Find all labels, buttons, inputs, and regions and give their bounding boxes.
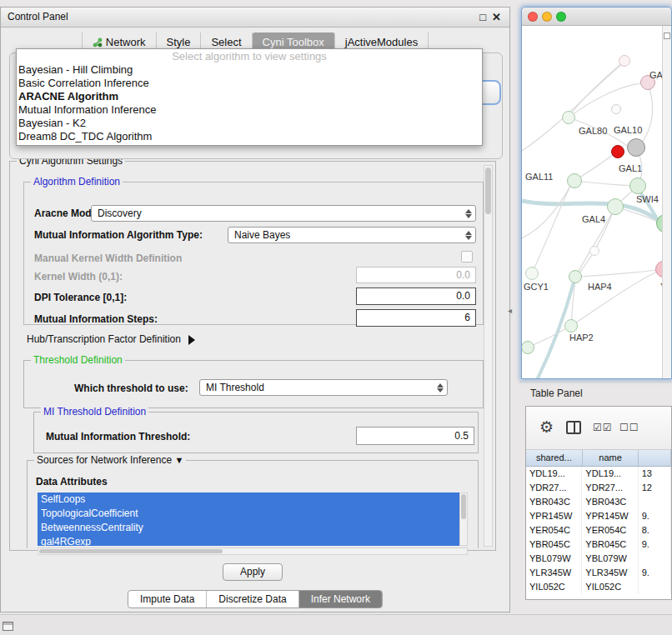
- attribute-item-selected[interactable]: BetweennessCentrality: [38, 521, 459, 535]
- column-header-extra[interactable]: [639, 450, 671, 466]
- table-row[interactable]: YDR27... YDR27... 12: [526, 481, 671, 495]
- close-window-icon[interactable]: ✕: [492, 8, 501, 27]
- data-attributes-label: Data Attributes: [36, 476, 108, 488]
- control-panel-titlebar[interactable]: Control Panel □ ✕: [1, 8, 509, 28]
- mi-threshold-field[interactable]: 0.5: [356, 427, 474, 445]
- algorithm-option[interactable]: Bayesian - Hill Climbing: [17, 63, 482, 77]
- cell: [639, 552, 671, 566]
- birdseye-toggle-icon[interactable]: [664, 32, 670, 39]
- tab-discretize-data[interactable]: Discretize Data: [206, 591, 298, 608]
- cell: 9.: [639, 566, 671, 580]
- network-node[interactable]: [619, 55, 630, 67]
- attributes-vscrollbar[interactable]: [459, 492, 468, 546]
- table-row[interactable]: YLR345W YLR345W 9.: [526, 566, 671, 580]
- table-row[interactable]: YBR043C YBR043C: [526, 495, 671, 509]
- cell: YDL19...: [526, 467, 582, 481]
- cell: YPR145W: [526, 509, 582, 523]
- aracne-mode-combobox[interactable]: Discovery: [91, 205, 476, 222]
- network-window-titlebar[interactable]: [522, 8, 671, 26]
- algorithm-option-selected[interactable]: ARACNE Algorithm: [17, 90, 482, 103]
- algorithm-option[interactable]: Bayesian - K2: [17, 117, 482, 130]
- network-node[interactable]: [611, 104, 621, 114]
- network-node[interactable]: [589, 246, 599, 256]
- threshold-definition-group: Threshold Definition Which threshold to …: [23, 360, 484, 408]
- algorithm-option[interactable]: Basic Correlation Inference: [17, 77, 482, 90]
- table-row[interactable]: YER054C YER054C 8.: [526, 523, 671, 538]
- panel-splitter-handle[interactable]: ◂: [508, 306, 512, 315]
- cell: YBR043C: [526, 495, 582, 509]
- settings-scrollbar[interactable]: [484, 165, 493, 547]
- table-row[interactable]: YBL079W YBL079W: [526, 552, 671, 566]
- cell: YLR345W: [526, 566, 582, 580]
- control-panel-title: Control Panel: [8, 11, 68, 22]
- minimize-traffic-light-icon[interactable]: [542, 12, 552, 22]
- algorithm-dropdown: Select algorithm to view settings Bayesi…: [16, 48, 483, 146]
- mi-steps-field[interactable]: 6: [356, 309, 476, 327]
- mi-type-combobox[interactable]: Naive Bayes: [228, 227, 476, 243]
- attribute-item-selected[interactable]: gal4RGexp: [38, 535, 459, 546]
- table-body: YDL19... YDL19... 13 YDR27... YDR27... 1…: [526, 467, 671, 599]
- algorithm-option[interactable]: Mutual Information Inference: [17, 103, 482, 117]
- cell: YIL052C: [582, 580, 638, 594]
- table-row[interactable]: YIL052C YIL052C: [526, 580, 671, 594]
- settings-scrollbar-thumb[interactable]: [485, 168, 491, 214]
- tab-impute-data[interactable]: Impute Data: [128, 591, 206, 608]
- apply-button[interactable]: Apply: [223, 563, 283, 581]
- restore-panel-icon[interactable]: [3, 622, 13, 631]
- clear-all-checkboxes-icon[interactable]: ☐☐: [619, 422, 639, 433]
- table-row[interactable]: YPR145W YPR145W 9.: [526, 509, 671, 523]
- attributes-vscrollbar-thumb[interactable]: [461, 494, 466, 519]
- cell: YIL052C: [526, 580, 582, 594]
- tab-infer-network[interactable]: Infer Network: [298, 591, 382, 608]
- cell: YBR043C: [582, 495, 638, 509]
- mi-threshold-label: Mutual Information Threshold:: [46, 431, 190, 442]
- control-panel-window: Control Panel □ ✕ Network Style Select C…: [0, 7, 510, 612]
- sources-title-row[interactable]: Sources for Network Inference ▼: [34, 454, 186, 466]
- cell: YPR145W: [582, 509, 638, 523]
- zoom-traffic-light-icon[interactable]: [556, 12, 566, 22]
- cell: 12: [639, 481, 671, 495]
- column-header-shared-name[interactable]: shared...: [526, 450, 583, 466]
- node-label: HAP2: [569, 332, 594, 342]
- attribute-item-selected[interactable]: TopologicalCoefficient: [38, 507, 459, 521]
- network-node-hap4[interactable]: [569, 270, 582, 283]
- cell: YDR27...: [526, 481, 582, 495]
- node-label: GAL1: [619, 163, 642, 173]
- dpi-tolerance-field[interactable]: 0.0: [356, 288, 476, 305]
- attributes-hscrollbar-thumb[interactable]: [39, 549, 223, 553]
- select-all-checkboxes-icon[interactable]: ☑☑: [593, 422, 613, 433]
- algorithm-option[interactable]: Dream8 DC_TDC Algorithm: [17, 130, 482, 143]
- attributes-hscrollbar[interactable]: [38, 548, 468, 555]
- network-node-gal10[interactable]: [627, 138, 645, 157]
- hub-definition-label: Hub/Transcription Factor Definition: [27, 333, 181, 345]
- table-row[interactable]: YDL19... YDL19... 13: [526, 467, 671, 481]
- hub-definition-expander[interactable]: Hub/Transcription Factor Definition: [27, 333, 195, 345]
- close-traffic-light-icon[interactable]: [528, 12, 538, 22]
- network-node-gal80[interactable]: [562, 111, 575, 124]
- network-tab-icon: [93, 38, 103, 48]
- table-row[interactable]: YBR045C YBR045C 9.: [526, 538, 671, 552]
- network-node-gcy1[interactable]: [525, 267, 539, 280]
- network-side-toolbar: [662, 26, 671, 378]
- table-panel-window: ⚙ ☑☑ ☐☐ shared... name YDL19... YDL19...…: [525, 406, 672, 600]
- gear-icon[interactable]: ⚙: [539, 418, 554, 437]
- cyni-algorithm-settings-group: Cyni Algorithm Settings Algorithm Defini…: [9, 161, 496, 551]
- manual-kernel-checkbox[interactable]: [461, 251, 473, 262]
- aracne-mode-value: Discovery: [98, 208, 142, 219]
- network-node-gal1[interactable]: [629, 178, 646, 194]
- cell: [639, 580, 671, 594]
- attribute-item-selected[interactable]: SelfLoops: [38, 492, 459, 507]
- kernel-width-field[interactable]: 0.0: [356, 267, 476, 283]
- float-window-icon[interactable]: □: [479, 8, 486, 27]
- node-label: SWI4: [636, 194, 659, 204]
- network-node-hap2[interactable]: [564, 319, 578, 332]
- column-browser-icon[interactable]: [566, 421, 581, 434]
- network-canvas[interactable]: GAL8 GAL80 GAL10 GAL11 GAL1 SWI4 GAL4 GC…: [522, 26, 662, 378]
- network-node-gal11[interactable]: [567, 173, 582, 188]
- manual-kernel-label: Manual Kernel Width Definition: [34, 252, 182, 264]
- cell: YBL079W: [582, 552, 638, 566]
- which-threshold-combobox[interactable]: MI Threshold: [199, 379, 448, 396]
- network-node-red[interactable]: [611, 145, 624, 158]
- column-header-name[interactable]: name: [583, 450, 639, 466]
- network-node-gal4[interactable]: [607, 198, 624, 215]
